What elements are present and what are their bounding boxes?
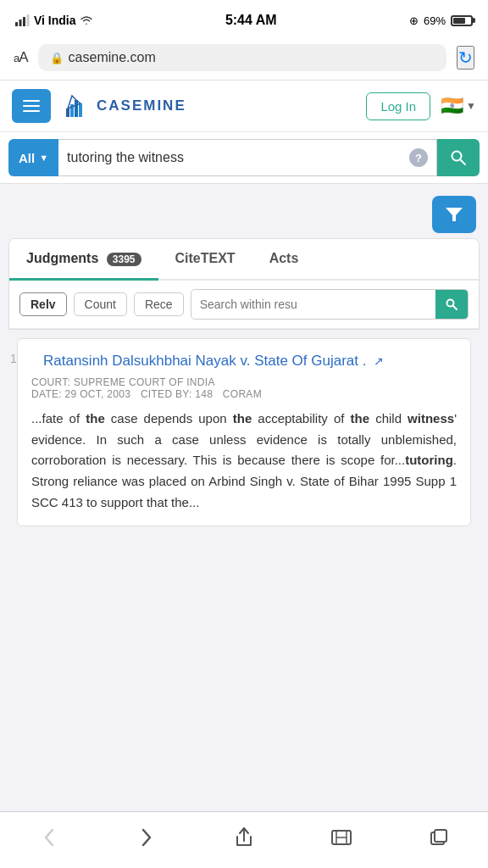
chevron-down-icon: ▼ [39, 153, 48, 163]
carrier-name: Vi India [34, 14, 76, 27]
filter-rece[interactable]: Rece [134, 292, 184, 316]
address-bar: aA 🔒 casemine.com ↻ [0, 37, 488, 81]
tab-acts[interactable]: Acts [252, 239, 316, 279]
tabs-row: Judgments 3395 CiteTEXT Acts [9, 239, 479, 281]
case-header: Ratansinh Dalsukhbhai Nayak v. State Of … [31, 351, 457, 371]
search-icon [450, 149, 467, 166]
category-dropdown[interactable]: All ▼ [8, 139, 58, 176]
dropdown-chevron-icon: ▼ [466, 100, 476, 112]
hamburger-icon [23, 100, 40, 112]
svg-rect-6 [75, 100, 78, 117]
svg-rect-20 [435, 830, 446, 842]
logo-text: CASEMINE [97, 97, 186, 114]
case-meta: COURT: SUPREME COURT OF INDIA DATE: 29 O… [31, 376, 457, 400]
tabs-icon [429, 828, 449, 847]
svg-rect-7 [79, 103, 82, 117]
forward-button[interactable] [121, 822, 172, 853]
svg-line-10 [460, 159, 465, 164]
help-icon[interactable]: ? [409, 148, 428, 167]
search-input[interactable] [67, 150, 402, 165]
svg-marker-11 [446, 208, 463, 221]
search-input-wrap: ? [58, 139, 437, 176]
case-title: Ratansinh Dalsukhbhai Nayak v. State Of … [43, 353, 366, 369]
svg-rect-3 [27, 14, 30, 26]
battery-percent: 69% [424, 14, 446, 27]
tab-acts-label: Acts [269, 251, 299, 265]
status-bar: Vi India 5:44 AM ⊕ 69% [0, 0, 488, 37]
case-excerpt: ...fate of the case depends upon the acc… [31, 409, 457, 514]
battery-icon [451, 15, 473, 26]
sub-filter-row: Relv Count Rece [9, 281, 479, 329]
bookmarks-icon [330, 827, 352, 848]
court-info: COURT: SUPREME COURT OF INDIA [31, 376, 215, 388]
bottom-bar [0, 811, 488, 868]
nav-bar: CASEMINE Log In 🇮🇳 ▼ [0, 81, 488, 132]
share-button[interactable] [219, 822, 269, 853]
location-icon: ⊕ [409, 14, 419, 27]
logo-area: CASEMINE [61, 92, 356, 120]
search-bar-row: All ▼ ? [0, 132, 488, 184]
svg-rect-1 [19, 19, 22, 26]
tab-citetext[interactable]: CiteTEXT [158, 239, 252, 279]
case-card-container: 1 Ratansinh Dalsukhbhai Nayak v. State O… [8, 338, 480, 526]
url-bar[interactable]: 🔒 casemine.com [38, 44, 446, 71]
coram-info: CORAM [223, 388, 262, 400]
url-text: casemine.com [69, 50, 156, 65]
filter-button[interactable] [432, 196, 476, 233]
signal-icon [15, 14, 30, 26]
date-info: DATE: 29 OCT, 2003 [31, 388, 130, 400]
bookmarks-button[interactable] [316, 822, 367, 853]
font-size-control[interactable]: aA [14, 49, 28, 66]
back-button[interactable] [24, 822, 75, 853]
within-search-input[interactable] [191, 298, 435, 311]
case-card: Ratansinh Dalsukhbhai Nayak v. State Of … [17, 338, 471, 526]
carrier-info: Vi India [15, 14, 93, 27]
logo-icon [61, 92, 90, 120]
language-selector[interactable]: 🇮🇳 ▼ [441, 95, 476, 117]
case-number: 1 [10, 352, 17, 365]
lock-icon: 🔒 [50, 52, 64, 64]
results-panel: Judgments 3395 CiteTEXT Acts Relv Count … [8, 238, 480, 330]
tab-citetext-label: CiteTEXT [175, 251, 236, 265]
svg-marker-8 [68, 96, 80, 108]
svg-rect-2 [23, 17, 25, 26]
forward-icon [141, 828, 152, 847]
category-label: All [19, 151, 35, 165]
svg-rect-0 [15, 22, 18, 26]
wifi-icon [80, 15, 93, 25]
cited-by-info: CITED BY: 148 [141, 388, 213, 400]
filter-row [0, 184, 488, 238]
external-link-icon[interactable]: ↗ [374, 354, 384, 368]
share-icon [235, 826, 253, 849]
within-search-button[interactable] [435, 290, 468, 319]
case-title-link[interactable]: Ratansinh Dalsukhbhai Nayak v. State Of … [43, 353, 384, 368]
filter-relv[interactable]: Relv [19, 292, 67, 316]
menu-button[interactable] [12, 89, 51, 123]
tab-judgments[interactable]: Judgments 3395 [9, 239, 158, 281]
filter-count[interactable]: Count [74, 292, 127, 316]
tabs-button[interactable] [413, 822, 464, 853]
judgments-badge: 3395 [107, 253, 141, 266]
back-icon [43, 828, 55, 847]
tab-judgments-label: Judgments [26, 251, 98, 265]
reload-button[interactable]: ↻ [457, 46, 474, 70]
search-button[interactable] [437, 139, 480, 176]
svg-line-13 [453, 306, 458, 310]
within-search-icon [445, 298, 458, 311]
login-button[interactable]: Log In [366, 92, 430, 120]
status-right: ⊕ 69% [409, 14, 473, 27]
svg-rect-4 [66, 108, 69, 117]
within-search-wrap [191, 289, 469, 320]
status-time: 5:44 AM [225, 13, 277, 28]
india-flag-icon: 🇮🇳 [441, 95, 463, 117]
filter-icon [445, 206, 463, 223]
